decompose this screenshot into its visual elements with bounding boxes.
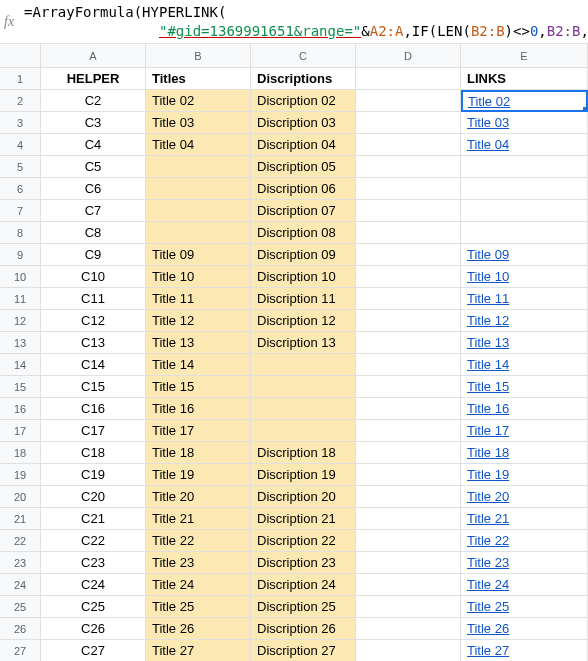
cell-D19[interactable]: [356, 464, 461, 486]
row-header-22[interactable]: 22: [0, 530, 41, 552]
cell-D6[interactable]: [356, 178, 461, 200]
cell-A17[interactable]: C17: [41, 420, 146, 442]
cell-C13[interactable]: Discription 13: [251, 332, 356, 354]
cell-C8[interactable]: Discription 08: [251, 222, 356, 244]
cell-B24[interactable]: Title 24: [146, 574, 251, 596]
cell-B19[interactable]: Title 19: [146, 464, 251, 486]
cell-A19[interactable]: C19: [41, 464, 146, 486]
cell-A15[interactable]: C15: [41, 376, 146, 398]
cell-C24[interactable]: Discription 24: [251, 574, 356, 596]
cell-B22[interactable]: Title 22: [146, 530, 251, 552]
cell-C18[interactable]: Discription 18: [251, 442, 356, 464]
cell-C10[interactable]: Discription 10: [251, 266, 356, 288]
cell-E4[interactable]: Title 04: [461, 134, 588, 156]
cell-B26[interactable]: Title 26: [146, 618, 251, 640]
hyperlink[interactable]: Title 22: [467, 533, 509, 548]
cell-C25[interactable]: Discription 25: [251, 596, 356, 618]
hyperlink[interactable]: Title 24: [467, 577, 509, 592]
col-header-C[interactable]: C: [251, 44, 356, 68]
cell-D27[interactable]: [356, 640, 461, 661]
spreadsheet-grid[interactable]: ABCDE1HELPERTitlesDiscriptionsLINKS2C2Ti…: [0, 44, 588, 661]
cell-B11[interactable]: Title 11: [146, 288, 251, 310]
row-header-18[interactable]: 18: [0, 442, 41, 464]
cell-E12[interactable]: Title 12: [461, 310, 588, 332]
cell-D3[interactable]: [356, 112, 461, 134]
hyperlink[interactable]: Title 02: [468, 94, 510, 109]
cell-E10[interactable]: Title 10: [461, 266, 588, 288]
cell-D24[interactable]: [356, 574, 461, 596]
cell-D7[interactable]: [356, 200, 461, 222]
cell-E17[interactable]: Title 17: [461, 420, 588, 442]
cell-A27[interactable]: C27: [41, 640, 146, 661]
row-header-26[interactable]: 26: [0, 618, 41, 640]
cell-C6[interactable]: Discription 06: [251, 178, 356, 200]
cell-A10[interactable]: C10: [41, 266, 146, 288]
cell-B20[interactable]: Title 20: [146, 486, 251, 508]
row-header-7[interactable]: 7: [0, 200, 41, 222]
cell-E11[interactable]: Title 11: [461, 288, 588, 310]
row-header-12[interactable]: 12: [0, 310, 41, 332]
hyperlink[interactable]: Title 13: [467, 335, 509, 350]
cell-C4[interactable]: Discription 04: [251, 134, 356, 156]
header-cell-D[interactable]: [356, 68, 461, 90]
cell-E19[interactable]: Title 19: [461, 464, 588, 486]
row-header-14[interactable]: 14: [0, 354, 41, 376]
cell-D17[interactable]: [356, 420, 461, 442]
cell-C27[interactable]: Discription 27: [251, 640, 356, 661]
cell-C12[interactable]: Discription 12: [251, 310, 356, 332]
cell-E7[interactable]: [461, 200, 588, 222]
cell-A13[interactable]: C13: [41, 332, 146, 354]
cell-D21[interactable]: [356, 508, 461, 530]
cell-D12[interactable]: [356, 310, 461, 332]
cell-B27[interactable]: Title 27: [146, 640, 251, 661]
cell-A11[interactable]: C11: [41, 288, 146, 310]
cell-E8[interactable]: [461, 222, 588, 244]
col-header-E[interactable]: E: [461, 44, 588, 68]
cell-E15[interactable]: Title 15: [461, 376, 588, 398]
cell-B4[interactable]: Title 04: [146, 134, 251, 156]
cell-B8[interactable]: [146, 222, 251, 244]
cell-B9[interactable]: Title 09: [146, 244, 251, 266]
cell-E23[interactable]: Title 23: [461, 552, 588, 574]
cell-E27[interactable]: Title 27: [461, 640, 588, 661]
cell-E20[interactable]: Title 20: [461, 486, 588, 508]
hyperlink[interactable]: Title 27: [467, 643, 509, 658]
hyperlink[interactable]: Title 21: [467, 511, 509, 526]
cell-A25[interactable]: C25: [41, 596, 146, 618]
cell-A9[interactable]: C9: [41, 244, 146, 266]
cell-E3[interactable]: Title 03: [461, 112, 588, 134]
cell-E2[interactable]: Title 02: [461, 90, 588, 112]
cell-C7[interactable]: Discription 07: [251, 200, 356, 222]
cell-D10[interactable]: [356, 266, 461, 288]
cell-C5[interactable]: Discription 05: [251, 156, 356, 178]
cell-B16[interactable]: Title 16: [146, 398, 251, 420]
cell-A7[interactable]: C7: [41, 200, 146, 222]
cell-A14[interactable]: C14: [41, 354, 146, 376]
row-header-19[interactable]: 19: [0, 464, 41, 486]
cell-A26[interactable]: C26: [41, 618, 146, 640]
cell-D8[interactable]: [356, 222, 461, 244]
cell-D22[interactable]: [356, 530, 461, 552]
cell-D26[interactable]: [356, 618, 461, 640]
row-header-16[interactable]: 16: [0, 398, 41, 420]
cell-E16[interactable]: Title 16: [461, 398, 588, 420]
hyperlink[interactable]: Title 20: [467, 489, 509, 504]
cell-D11[interactable]: [356, 288, 461, 310]
hyperlink[interactable]: Title 26: [467, 621, 509, 636]
hyperlink[interactable]: Title 16: [467, 401, 509, 416]
cell-B2[interactable]: Title 02: [146, 90, 251, 112]
cell-A5[interactable]: C5: [41, 156, 146, 178]
corner-cell[interactable]: [0, 44, 41, 68]
row-header-13[interactable]: 13: [0, 332, 41, 354]
cell-C15[interactable]: [251, 376, 356, 398]
cell-E21[interactable]: Title 21: [461, 508, 588, 530]
hyperlink[interactable]: Title 23: [467, 555, 509, 570]
cell-C14[interactable]: [251, 354, 356, 376]
cell-E14[interactable]: Title 14: [461, 354, 588, 376]
cell-C23[interactable]: Discription 23: [251, 552, 356, 574]
cell-A6[interactable]: C6: [41, 178, 146, 200]
row-header-3[interactable]: 3: [0, 112, 41, 134]
cell-B13[interactable]: Title 13: [146, 332, 251, 354]
cell-D15[interactable]: [356, 376, 461, 398]
cell-C21[interactable]: Discription 21: [251, 508, 356, 530]
